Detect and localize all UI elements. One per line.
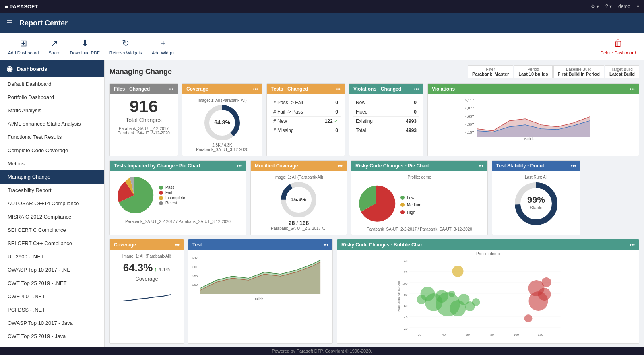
sidebar-item-default-dashboard[interactable]: Default Dashboard <box>0 77 104 91</box>
coverage-menu[interactable]: ••• <box>253 86 258 92</box>
tests-changed-header: Tests - Changed ••• <box>267 84 345 94</box>
tests-changed-table: # Pass -> Fail 0 # Fail -> Pass 0 # New … <box>271 98 341 135</box>
refresh-icon: ↻ <box>122 38 129 49</box>
risky-legend: Low Medium High <box>400 195 421 215</box>
app-title: Report Center <box>19 19 68 27</box>
download-icon: ⬇ <box>81 38 89 49</box>
svg-text:5,117: 5,117 <box>465 98 474 102</box>
test-line-body: 347 301 255 209 Builds <box>188 250 332 308</box>
sidebar-item-cwe40-net[interactable]: CWE 4.0 - .NET <box>0 290 104 303</box>
svg-text:Stable: Stable <box>530 205 542 210</box>
sidebar-item-cwe25-java[interactable]: CWE Top 25 2019 - Java <box>0 330 104 343</box>
violations-changed-menu[interactable]: ••• <box>414 86 419 92</box>
medium-dot <box>400 203 405 207</box>
coverage-big-number: 64.3% ↑ 4.1% <box>123 262 171 274</box>
risky-pie-build: Parabank_SA-UT_2-2-2017 / Parabank_SA-UT… <box>351 227 487 235</box>
sidebar-item-complete-code[interactable]: Complete Code Coverage <box>0 144 104 157</box>
sidebar-item-misra[interactable]: MISRA C 2012 Compliance <box>0 210 104 223</box>
settings-icon[interactable]: ⚙ ▾ <box>591 4 599 9</box>
test-line-menu[interactable]: ••• <box>323 242 328 248</box>
tests-pie-legend: Pass Fail Incomplete Retest <box>159 184 185 206</box>
filter-period[interactable]: Period Last 10 builds <box>514 65 552 78</box>
legend-retest: Retest <box>159 201 185 205</box>
legend-incomplete: Incomplete <box>159 196 185 200</box>
sidebar-item-sei-cert-cpp[interactable]: SEI CERT C++ Compliance <box>0 237 104 250</box>
violations-chart-body: 5,117 4,877 4,637 4,397 4,157 Builds <box>428 94 639 144</box>
user-menu[interactable]: demo <box>618 4 630 9</box>
mod-cov-fraction: 28 / 166 <box>289 220 309 226</box>
help-icon[interactable]: ? ▾ <box>605 4 612 9</box>
download-pdf-button[interactable]: ⬇ Download PDF <box>70 38 100 55</box>
violations-changed-table: New 0 Fixed 0 Existing 4993 <box>353 98 419 135</box>
modified-coverage-menu[interactable]: ••• <box>337 163 343 169</box>
sidebar-item-enhanced-static[interactable]: AI/ML enhanced Static Analysis <box>0 117 104 130</box>
sidebar-item-metrics[interactable]: Metrics <box>0 157 104 170</box>
share-button[interactable]: ↗ Share <box>48 38 60 55</box>
svg-text:Builds: Builds <box>524 137 535 141</box>
svg-text:16.9%: 16.9% <box>291 196 306 202</box>
refresh-widgets-button[interactable]: ↻ Refresh Widgets <box>109 38 142 55</box>
sidebar-item-functional-test[interactable]: Functional Test Results <box>0 130 104 144</box>
violations-changed-header: Violations - Changed ••• <box>349 84 423 94</box>
add-dashboard-button[interactable]: ⊞ Add Dashboard <box>8 38 39 55</box>
share-icon: ↗ <box>51 38 58 49</box>
add-widget-button[interactable]: + Add Widget <box>152 38 175 55</box>
dashboards-header: ◉ Dashboards <box>0 60 104 77</box>
risky-code-pie-header: Risky Code Changes - Pie Chart ••• <box>351 161 487 171</box>
test-stability-header: Test Stability - Donut ••• <box>492 161 580 171</box>
tests-pie-menu[interactable]: ••• <box>237 163 242 169</box>
risky-pie-chart <box>355 184 396 224</box>
sidebar-item-managing-change[interactable]: Managing Change <box>0 170 104 184</box>
filter-filter[interactable]: Filter Parabank_Master <box>468 65 513 78</box>
files-changed-widget: Files - Changed ••• 916 Total Changes Pa… <box>109 83 178 156</box>
coverage-big-menu[interactable]: ••• <box>174 242 180 248</box>
delete-dashboard-button[interactable]: 🗑 Delete Dashboard <box>600 38 636 55</box>
sidebar-item-cwe25-net[interactable]: CWE Top 25 2019 - .NET <box>0 277 104 290</box>
hamburger-icon[interactable]: ☰ <box>6 19 13 27</box>
tests-pie-widget: Tests Impacted by Change - Pie Chart ••• <box>109 160 246 235</box>
sidebar-item-traceability[interactable]: Traceability Report <box>0 184 104 197</box>
filter-baseline[interactable]: Baseline Build First Build in Period <box>553 65 605 78</box>
coverage-big-widget: Coverage ••• Image: 1: All (Parabank-All… <box>109 239 184 344</box>
sidebar-item-static-analysis[interactable]: Static Analysis <box>0 104 104 117</box>
tests-pie-body: Pass Fail Incomplete Retest <box>110 171 246 219</box>
content-area: Managing Change Filter Parabank_Master P… <box>105 60 644 355</box>
violations-chart-menu[interactable]: ••• <box>630 86 635 92</box>
sidebar-item-owasp-java[interactable]: OWASP Top 10 2017 - Java <box>0 316 104 330</box>
files-changed-build2: Parabank_SA-UT_3-12-2020 <box>114 131 173 135</box>
test-stability-menu[interactable]: ••• <box>571 163 576 169</box>
svg-text:209: 209 <box>192 283 198 287</box>
svg-text:40: 40 <box>404 316 408 319</box>
dashboard-header: Managing Change Filter Parabank_Master P… <box>109 65 639 78</box>
sidebar-item-pci-net[interactable]: PCI DSS - .NET <box>0 303 104 316</box>
svg-text:60: 60 <box>466 333 470 336</box>
stability-donut: 99% Stable <box>512 180 560 228</box>
table-row: Existing 4993 <box>353 117 419 126</box>
sidebar-item-owasp-net[interactable]: OWASP Top 10 2017 - .NET <box>0 263 104 277</box>
sidebar-item-autosar[interactable]: AUTOSAR C++14 Compliance <box>0 197 104 210</box>
test-line-header: Test ••• <box>188 239 332 250</box>
coverage-donut: 64.3% <box>202 103 242 143</box>
violations-chart-header: Violations ••• <box>428 84 639 94</box>
files-changed-menu[interactable]: ••• <box>168 86 173 92</box>
svg-text:40: 40 <box>442 333 446 336</box>
svg-text:140: 140 <box>402 259 408 263</box>
risky-bubble-body: Profile: demo 140 120 100 80 60 40 20 20… <box>337 250 639 339</box>
risky-code-pie-menu[interactable]: ••• <box>478 163 483 169</box>
table-row: # New 122 ✓ <box>271 117 341 126</box>
bubble <box>472 298 480 306</box>
add-widget-icon: + <box>161 38 166 49</box>
delete-icon: 🗑 <box>614 38 623 49</box>
risky-bubble-menu[interactable]: ••• <box>630 242 635 248</box>
filter-bar: Filter Parabank_Master Period Last 10 bu… <box>468 65 639 78</box>
sidebar-item-portfolio-dashboard[interactable]: Portfolio Dashboard <box>0 91 104 104</box>
tests-changed-menu[interactable]: ••• <box>335 86 341 92</box>
coverage-big-body: Image: 1: All (Parabank-All) 64.3% ↑ 4.1… <box>110 250 184 309</box>
svg-text:255: 255 <box>192 274 198 278</box>
sidebar-item-sei-cert-c[interactable]: SEI CERT C Compliance <box>0 223 104 237</box>
sidebar-item-ul2900[interactable]: UL 2900 - .NET <box>0 250 104 263</box>
legend-low: Low <box>400 196 421 200</box>
modified-coverage-donut: 16.9% <box>279 180 319 220</box>
risky-code-pie-widget: Risky Code Changes - Pie Chart ••• Profi… <box>351 160 488 235</box>
filter-target[interactable]: Target Build Latest Build <box>605 65 639 78</box>
